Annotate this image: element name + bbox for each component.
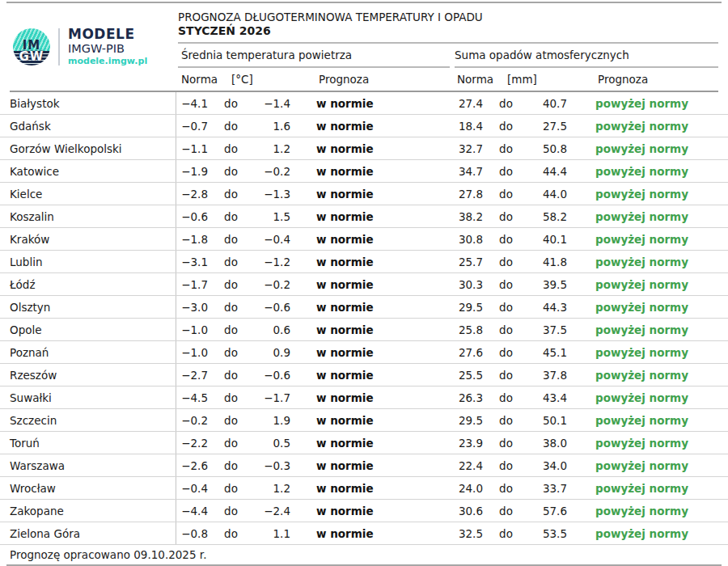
- precip-range-separator: do: [483, 500, 529, 522]
- precip-norm-low: 26.3: [451, 386, 483, 408]
- precip-norm-high: 44.0: [529, 183, 567, 205]
- temp-range-separator: do: [208, 500, 254, 522]
- precip-forecast: powyżej normy: [567, 273, 718, 295]
- temp-range-separator: do: [208, 160, 254, 182]
- precip-norm-low: 29.5: [451, 409, 483, 431]
- table-row: Białystok −4.1 do −1.4 w normie 27.4 do …: [0, 92, 728, 115]
- precip-norm-low: 32.5: [451, 522, 483, 544]
- table-row: Zakopane −4.4 do −2.4 w normie 30.6 do 5…: [0, 500, 728, 522]
- precip-norm-low: 34.7: [451, 160, 483, 182]
- temp-forecast: w normie: [290, 386, 451, 408]
- temp-range-separator: do: [208, 92, 254, 114]
- precip-range-separator: do: [483, 137, 529, 159]
- subheader-temp-unit: [°C]: [231, 73, 319, 86]
- precip-forecast: powyżej normy: [567, 500, 718, 522]
- precip-range-separator: do: [483, 160, 529, 182]
- precip-norm-high: 44.4: [529, 160, 567, 182]
- temp-norm-high: −0.2: [254, 160, 290, 182]
- temp-norm-high: 1.5: [254, 205, 290, 227]
- temp-norm-high: −1.2: [254, 251, 290, 272]
- temp-range-separator: do: [208, 522, 254, 544]
- city-name: Gdańsk: [10, 115, 176, 137]
- temp-norm-high: −1.3: [254, 183, 290, 205]
- temp-range-separator: do: [208, 454, 254, 476]
- precip-forecast: powyżej normy: [567, 205, 718, 227]
- precip-norm-low: 30.6: [451, 500, 483, 522]
- temp-norm-low: −0.2: [176, 409, 208, 431]
- precip-norm-low: 18.4: [451, 115, 483, 137]
- table-row: Koszalin −0.6 do 1.5 w normie 38.2 do 58…: [0, 205, 728, 228]
- temp-norm-high: 1.1: [254, 522, 290, 544]
- column-subheaders: Norma [°C] Prognoza Norma [mm] Prognoza: [178, 68, 718, 91]
- precip-forecast: powyżej normy: [567, 137, 718, 159]
- city-name: Gorzów Wielkopolski: [10, 137, 176, 159]
- table-row: Olsztyn −3.0 do −0.6 w normie 29.5 do 44…: [0, 296, 728, 319]
- temp-norm-high: −0.4: [254, 228, 290, 250]
- table-body: Białystok −4.1 do −1.4 w normie 27.4 do …: [0, 92, 728, 545]
- precip-range-separator: do: [483, 341, 529, 363]
- city-name: Szczecin: [10, 409, 176, 431]
- temp-forecast: w normie: [290, 454, 451, 476]
- subheader-precip-prognoza: Prognoza: [598, 73, 718, 86]
- column-group-headers: Średnia temperatura powietrza Suma opadó…: [178, 44, 718, 68]
- temp-range-separator: do: [208, 205, 254, 227]
- temp-norm-low: −4.5: [176, 386, 208, 408]
- temp-norm-high: 1.2: [254, 137, 290, 159]
- logo-url-link[interactable]: modele.imgw.pl: [68, 57, 147, 66]
- precip-range-separator: do: [483, 432, 529, 454]
- precip-norm-high: 40.7: [529, 92, 567, 114]
- precip-norm-high: 50.8: [529, 137, 567, 159]
- table-row: Łódź −1.7 do −0.2 w normie 30.3 do 39.5 …: [0, 273, 728, 296]
- temp-range-separator: do: [208, 319, 254, 340]
- logo-letters-gw: GW: [19, 51, 44, 63]
- precip-norm-low: 32.7: [451, 137, 483, 159]
- precip-norm-high: 43.4: [529, 386, 567, 408]
- temp-norm-low: −1.8: [176, 228, 208, 250]
- temp-forecast: w normie: [290, 115, 451, 137]
- city-name: Zielona Góra: [10, 522, 176, 544]
- precip-range-separator: do: [483, 319, 529, 340]
- logo-brand: MODELE: [68, 27, 147, 42]
- city-name: Koszalin: [10, 205, 176, 227]
- temp-forecast: w normie: [290, 137, 451, 159]
- precip-range-separator: do: [483, 183, 529, 205]
- temp-range-separator: do: [208, 341, 254, 363]
- precip-norm-high: 50.1: [529, 409, 567, 431]
- precip-norm-low: 29.5: [451, 296, 483, 318]
- table-row: Katowice −1.9 do −0.2 w normie 34.7 do 4…: [0, 160, 728, 183]
- city-name: Opole: [10, 319, 176, 340]
- temp-forecast: w normie: [290, 432, 451, 454]
- city-name: Białystok: [10, 92, 176, 114]
- precip-norm-high: 37.8: [529, 364, 567, 386]
- temp-forecast: w normie: [290, 92, 451, 114]
- precip-range-separator: do: [483, 273, 529, 295]
- temp-forecast: w normie: [290, 500, 451, 522]
- precip-forecast: powyżej normy: [567, 341, 718, 363]
- precip-norm-low: 22.4: [451, 454, 483, 476]
- temp-range-separator: do: [208, 364, 254, 386]
- temp-norm-low: −1.9: [176, 160, 208, 182]
- precip-norm-high: 40.1: [529, 228, 567, 250]
- logo-text-block: MODELE IMGW-PIB modele.imgw.pl: [68, 27, 147, 67]
- temp-norm-low: −1.7: [176, 273, 208, 295]
- table-row: Warszawa −2.6 do −0.3 w normie 22.4 do 3…: [0, 454, 728, 477]
- table-row: Kielce −2.8 do −1.3 w normie 27.8 do 44.…: [0, 183, 728, 205]
- precip-norm-high: 39.5: [529, 273, 567, 295]
- city-name: Poznań: [10, 341, 176, 363]
- precip-forecast: powyżej normy: [567, 115, 718, 137]
- city-name: Wrocław: [10, 477, 176, 499]
- precip-forecast: powyżej normy: [567, 522, 718, 544]
- precip-range-separator: do: [483, 251, 529, 272]
- city-name: Zakopane: [10, 500, 176, 522]
- precip-range-separator: do: [483, 205, 529, 227]
- precip-forecast: powyżej normy: [567, 364, 718, 386]
- precip-norm-low: 24.0: [451, 477, 483, 499]
- temp-range-separator: do: [208, 273, 254, 295]
- temp-norm-low: −2.7: [176, 364, 208, 386]
- temp-norm-low: −0.8: [176, 522, 208, 544]
- title-block: PROGNOZA DŁUGOTERMINOWA TEMPERATURY I OP…: [178, 3, 718, 44]
- page-subtitle-month: STYCZEŃ 2026: [178, 24, 718, 38]
- page-header: IM GW MODELE IMGW-PIB modele.imgw.pl PRO…: [0, 3, 728, 91]
- table-row: Opole −1.0 do 0.6 w normie 25.8 do 37.5 …: [0, 319, 728, 341]
- precip-norm-high: 45.1: [529, 341, 567, 363]
